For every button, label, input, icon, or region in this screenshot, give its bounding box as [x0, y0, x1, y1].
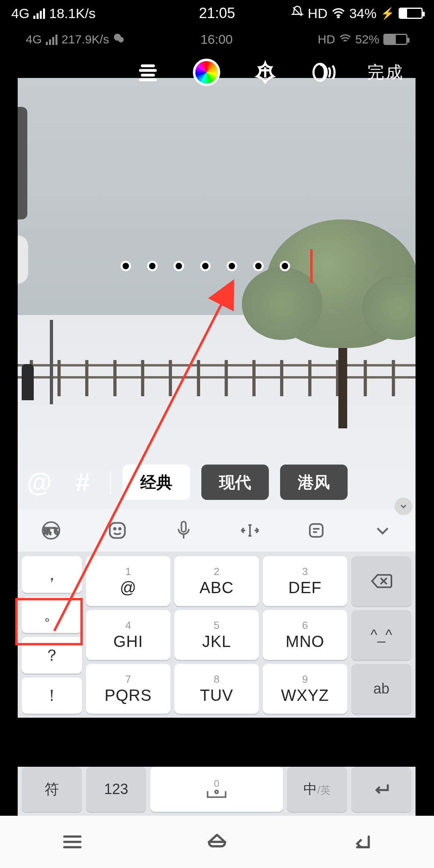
- text-char: [227, 261, 237, 271]
- keyboard: ， 。 ？ ！ 1@ 2ABC 3DEF 4GHI 5JKL 6MNO 7PQR…: [18, 552, 416, 718]
- svg-point-13: [114, 528, 115, 529]
- scroll-down-button[interactable]: [395, 497, 412, 515]
- text-char: [200, 261, 211, 271]
- text-char: [280, 261, 290, 271]
- keyboard-toolbar: 讯飞: [18, 509, 416, 552]
- key-enter[interactable]: [351, 767, 411, 812]
- side-handle[interactable]: [18, 235, 28, 284]
- align-button[interactable]: [133, 57, 163, 88]
- text-char: [121, 261, 131, 271]
- key-emoji[interactable]: ^_^: [351, 610, 411, 660]
- inner-clock: 16:00: [18, 32, 416, 47]
- key-8[interactable]: 8TUV: [174, 664, 259, 714]
- style-tab-modern[interactable]: 现代: [201, 465, 269, 500]
- svg-rect-15: [181, 522, 186, 532]
- text-cursor: [310, 249, 313, 283]
- font-button[interactable]: [250, 57, 280, 88]
- key-4[interactable]: 4GHI: [86, 610, 170, 660]
- inner-status-bar: 4G 217.9K/s 16:00 HD 52%: [18, 27, 416, 52]
- keyboard-collapse-button[interactable]: [372, 520, 393, 541]
- key-language[interactable]: 中/英: [287, 767, 347, 812]
- pole-graphic: [50, 320, 53, 404]
- key-period[interactable]: 。: [22, 597, 82, 633]
- left-edge-tab: [18, 107, 27, 219]
- key-comma[interactable]: ，: [22, 556, 82, 593]
- key-symbol[interactable]: 符: [22, 767, 82, 812]
- key-7[interactable]: 7PQRS: [86, 664, 170, 714]
- nav-recent-button[interactable]: [56, 832, 88, 852]
- outer-clock: 21:05: [0, 5, 434, 22]
- battery-icon: [383, 34, 407, 45]
- cursor-move-button[interactable]: [239, 520, 261, 541]
- voice-button[interactable]: [309, 57, 339, 88]
- text-char: [174, 261, 184, 271]
- key-question[interactable]: ？: [22, 637, 82, 674]
- divider: [110, 470, 111, 494]
- svg-text:讯飞: 讯飞: [43, 527, 59, 535]
- outer-status-bar: 4G 18.1K/s 21:05 HD 34% ⚡: [0, 0, 434, 27]
- fence-graphic: [18, 360, 416, 396]
- key-space[interactable]: 0: [150, 767, 283, 812]
- side-column: ^_^ ab: [351, 556, 411, 714]
- key-backspace[interactable]: [351, 556, 411, 606]
- person-graphic: [22, 364, 34, 400]
- svg-point-14: [119, 528, 121, 529]
- color-button[interactable]: [191, 57, 222, 88]
- key-2[interactable]: 2ABC: [174, 556, 259, 606]
- style-bar: @ # 经典 现代 港风: [18, 456, 416, 509]
- system-nav-bar: [0, 816, 434, 868]
- key-3[interactable]: 3DEF: [263, 556, 347, 606]
- battery-icon: [399, 8, 423, 19]
- key-1[interactable]: 1@: [86, 556, 170, 606]
- mic-button[interactable]: [173, 520, 194, 541]
- svg-rect-17: [310, 524, 323, 537]
- tree-graphic: [338, 276, 347, 428]
- nav-back-button[interactable]: [346, 832, 378, 852]
- svg-rect-12: [110, 523, 125, 538]
- text-char: [253, 261, 264, 271]
- text-input-line[interactable]: [121, 249, 313, 283]
- photo-canvas[interactable]: [18, 78, 416, 509]
- punct-column: ， 。 ？ ！: [22, 556, 82, 714]
- sticker-button[interactable]: [106, 520, 128, 541]
- hash-button[interactable]: #: [67, 467, 99, 497]
- text-char: [147, 261, 158, 271]
- color-wheel-icon: [193, 59, 220, 86]
- nav-home-button[interactable]: [201, 832, 233, 852]
- space-icon: [205, 789, 228, 800]
- svg-point-22: [215, 790, 218, 793]
- key-9[interactable]: 9WXYZ: [263, 664, 347, 714]
- editor-toolbar: 完成: [18, 52, 416, 92]
- key-ab[interactable]: ab: [351, 664, 411, 714]
- key-5[interactable]: 5JKL: [174, 610, 259, 660]
- key-exclaim[interactable]: ！: [22, 678, 82, 714]
- clipboard-button[interactable]: [305, 520, 327, 541]
- key-6[interactable]: 6MNO: [263, 610, 347, 660]
- key-123[interactable]: 123: [86, 767, 146, 812]
- style-tab-hk[interactable]: 港风: [280, 465, 348, 500]
- at-button[interactable]: @: [23, 467, 55, 497]
- screenshot-area: 4G 217.9K/s 16:00 HD 52%: [18, 27, 416, 718]
- ime-logo-button[interactable]: 讯飞: [40, 520, 62, 541]
- done-button[interactable]: 完成: [367, 61, 404, 84]
- style-tab-classic[interactable]: 经典: [123, 465, 190, 500]
